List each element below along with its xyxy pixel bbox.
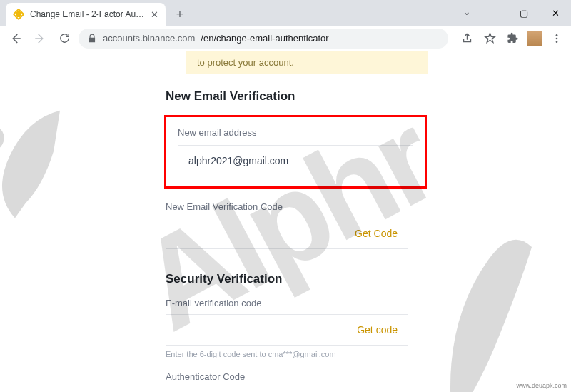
- get-code-button-2[interactable]: Get code: [357, 324, 398, 336]
- arrow-right-icon: [34, 32, 46, 45]
- tab-close-icon[interactable]: ✕: [151, 9, 158, 20]
- email-code-label: E-mail verification code: [166, 298, 437, 308]
- toolbar-actions: [458, 30, 565, 47]
- source-attribution: www.deuapk.com: [516, 382, 567, 389]
- authenticator-code-label: Authenticator Code: [166, 371, 437, 382]
- new-email-code-input[interactable]: Get Code: [166, 218, 408, 249]
- new-email-label: New email address: [178, 127, 413, 138]
- address-bar[interactable]: accounts.binance.com/en/change-email-aut…: [79, 29, 448, 49]
- notice-text: to protect your account.: [197, 57, 294, 68]
- back-button[interactable]: [6, 29, 26, 49]
- new-email-section-title: New Email Verification: [166, 89, 437, 104]
- svg-point-3: [0, 120, 9, 156]
- svg-point-1: [556, 37, 558, 39]
- email-code-input[interactable]: Get code: [166, 314, 408, 346]
- security-section-title: Security Verification: [166, 272, 437, 286]
- url-path: /en/change-email-authenticator: [201, 33, 328, 44]
- lock-icon: [87, 34, 97, 44]
- notice-banner: to protect your account.: [186, 51, 428, 74]
- highlighted-field-group: New email address alphr2021@gmail.com: [164, 115, 427, 189]
- svg-point-0: [556, 34, 558, 36]
- arrow-left-icon: [9, 32, 22, 45]
- share-icon[interactable]: [458, 30, 475, 47]
- profile-avatar[interactable]: [527, 31, 542, 46]
- svg-point-2: [556, 41, 558, 43]
- url-host: accounts.binance.com: [103, 33, 195, 44]
- binance-favicon: [13, 9, 24, 20]
- new-email-input[interactable]: alphr2021@gmail.com: [178, 145, 413, 176]
- browser-toolbar: accounts.binance.com/en/change-email-aut…: [0, 26, 571, 51]
- new-tab-button[interactable]: +: [170, 4, 190, 24]
- reload-icon: [59, 32, 71, 44]
- tab-dropdown-icon[interactable]: ⌄: [463, 6, 471, 17]
- email-code-hint: Enter the 6-digit code sent to cma***@gm…: [166, 350, 437, 358]
- reload-button[interactable]: [54, 29, 74, 49]
- close-window-button[interactable]: ✕: [540, 3, 571, 23]
- minimize-button[interactable]: —: [477, 3, 508, 23]
- new-email-code-label: New Email Verification Code: [166, 201, 437, 212]
- bookmark-icon[interactable]: [481, 30, 498, 47]
- window-controls: — ▢ ✕: [477, 0, 571, 26]
- browser-tab[interactable]: Change Email - 2-Factor Authent ✕: [6, 3, 166, 26]
- forward-button[interactable]: [30, 29, 50, 49]
- form-content: to protect your account. New Email Verif…: [166, 51, 437, 382]
- watermark-logo-icon: [0, 51, 158, 266]
- tab-title: Change Email - 2-Factor Authent: [30, 9, 145, 19]
- new-email-value: alphr2021@gmail.com: [188, 155, 288, 166]
- maximize-button[interactable]: ▢: [508, 3, 540, 23]
- page-viewport: Alphr to protect your account. New Email…: [0, 51, 571, 392]
- extensions-icon[interactable]: [504, 30, 521, 47]
- get-code-button[interactable]: Get Code: [355, 228, 398, 239]
- menu-icon[interactable]: [548, 30, 565, 47]
- browser-title-bar: Change Email - 2-Factor Authent ✕ + ⌄ — …: [0, 0, 571, 26]
